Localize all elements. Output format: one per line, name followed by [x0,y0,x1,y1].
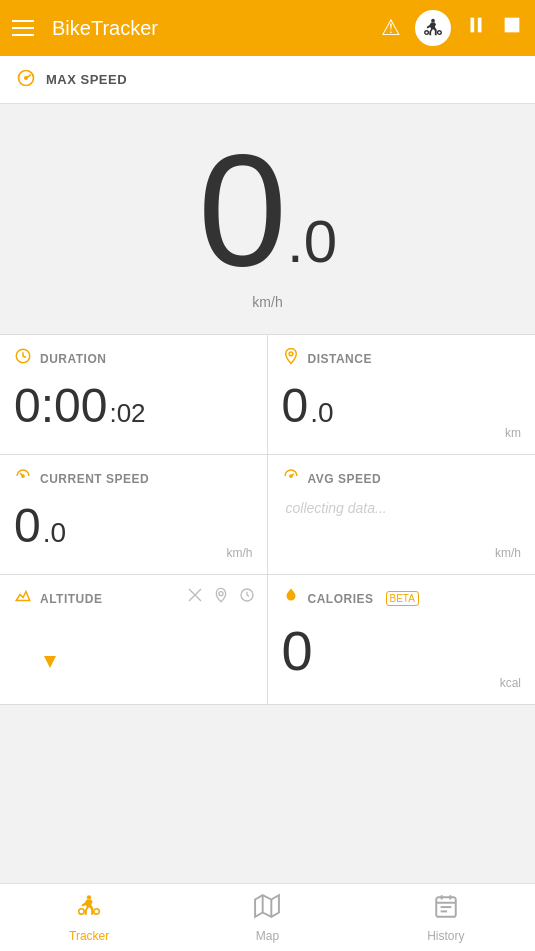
distance-decimal: .0 [310,397,333,429]
nav-history[interactable]: History [357,884,535,951]
svg-point-2 [438,31,442,35]
current-speed-decimal: .0 [43,517,66,549]
current-speed-label: CURRENT SPEED [40,472,149,486]
avg-speed-icon [282,467,300,490]
distance-value: 0 .0 [282,378,522,433]
history-nav-label: History [427,929,464,943]
cyclist-avatar[interactable] [415,10,451,46]
nav-tracker[interactable]: Tracker [0,884,178,951]
altitude-route-icon [187,587,203,607]
avg-speed-unit: km/h [495,546,521,560]
svg-rect-4 [478,18,482,33]
avg-speed-label: AVG SPEED [308,472,382,486]
speed-dot: . [287,212,304,272]
calories-value: 0 [282,618,522,683]
svg-rect-3 [471,18,475,33]
svg-point-12 [219,592,223,596]
menu-button[interactable] [12,20,34,36]
svg-point-14 [87,895,91,899]
svg-marker-17 [256,895,280,917]
speed-unit: km/h [252,294,282,310]
header-icons: ⚠ [381,10,523,46]
max-speed-label: MAX SPEED [46,72,127,87]
bottom-navigation: Tracker Map History [0,883,535,951]
current-speed-icon [14,467,32,490]
app-title: BikeTracker [52,17,371,40]
distance-icon [282,347,300,370]
duration-main: 0:00 [14,378,107,433]
current-speed-value: 0 .0 [14,498,253,553]
svg-point-7 [25,76,28,79]
svg-point-0 [431,19,435,23]
calories-header: CALORIES BETA [282,587,522,610]
max-speed-bar: MAX SPEED [0,56,535,104]
distance-cell: DISTANCE 0 .0 km [268,335,536,455]
speed-main-value: 0 [198,130,287,290]
altitude-label: ALTITUDE [40,592,102,606]
nav-map[interactable]: Map [178,884,356,951]
altitude-icon [14,587,32,610]
calories-unit: kcal [500,676,521,690]
tracker-nav-label: Tracker [69,929,109,943]
tracker-nav-icon [76,893,102,925]
calories-label: CALORIES [308,592,374,606]
calories-icon [282,587,300,610]
altitude-location-icon [213,587,229,607]
distance-label: DISTANCE [308,352,372,366]
distance-unit: km [505,426,521,440]
calories-cell: CALORIES BETA 0 kcal [268,575,536,705]
avg-speed-header: AVG SPEED [282,467,522,490]
duration-icon [14,347,32,370]
max-speed-icon [16,68,36,92]
altitude-chart [14,618,253,668]
map-nav-label: Map [256,929,279,943]
map-nav-icon [254,893,280,925]
svg-point-15 [79,908,84,913]
current-speed-header: CURRENT SPEED [14,467,253,490]
history-nav-icon [433,893,459,925]
altitude-time-icon [239,587,255,607]
stats-grid: DURATION 0:00 :02 DISTANCE 0 .0 km [0,334,535,705]
svg-point-1 [425,31,429,35]
current-speed-unit: km/h [226,546,252,560]
duration-header: DURATION [14,347,253,370]
duration-label: DURATION [40,352,106,366]
warning-icon[interactable]: ⚠ [381,15,401,41]
pause-button[interactable] [465,14,487,42]
duration-cell: DURATION 0:00 :02 [0,335,268,455]
svg-point-11 [289,475,291,477]
speed-value: 0 . 0 [198,130,337,290]
beta-badge: BETA [386,591,419,606]
altitude-marker [44,656,56,668]
svg-point-16 [94,908,99,913]
current-speed-cell: CURRENT SPEED 0 .0 km/h [0,455,268,575]
svg-point-10 [22,475,24,477]
distance-main: 0 [282,378,309,433]
collecting-data-text: collecting data... [286,500,522,516]
speed-decimal-value: 0 [304,212,337,272]
altitude-cell: ALTITUDE [0,575,268,705]
app-header: BikeTracker ⚠ [0,0,535,56]
duration-seconds: :02 [109,398,145,429]
svg-rect-5 [505,18,520,33]
speed-display: 0 . 0 km/h [0,104,535,334]
svg-point-9 [289,352,293,356]
stop-button[interactable] [501,14,523,42]
distance-header: DISTANCE [282,347,522,370]
altitude-mini-icons [187,587,255,607]
duration-value: 0:00 :02 [14,378,253,433]
avg-speed-cell: AVG SPEED collecting data... km/h [268,455,536,575]
current-speed-main: 0 [14,498,41,553]
